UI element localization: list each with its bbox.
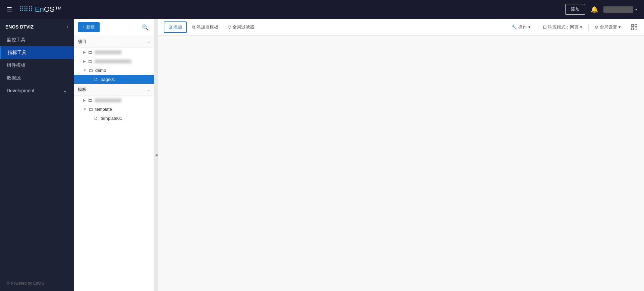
logo-text: EnOS™ (35, 5, 62, 14)
response-mode-label: 响应模式：网页 (548, 24, 579, 30)
file-icon: 🗋 (94, 77, 98, 82)
content-panel: + 新建 🔍 项目 ⌄ ▶ 🗀 (74, 19, 644, 291)
projects-section-label: 项目 (78, 39, 87, 45)
folder-open-icon: 🗀 (89, 107, 93, 112)
template-icon: ⧉ (192, 25, 195, 30)
projects-section-header[interactable]: 项目 ⌄ (74, 36, 154, 48)
tree-folder-blurred2[interactable]: ▶ 🗀 (74, 57, 154, 66)
response-mode-caret-icon: ▾ (580, 25, 582, 30)
file-tree-panel: + 新建 🔍 项目 ⌄ ▶ 🗀 (74, 19, 154, 291)
folder-blurred-name3 (95, 98, 121, 102)
folder-icon: 🗀 (88, 59, 92, 64)
sidebar-item-components[interactable]: 组件模板 (0, 59, 74, 72)
templates-chevron-icon: ⌄ (147, 88, 150, 92)
folder-expanded-arrow-icon: ▼ (83, 107, 87, 111)
new-button[interactable]: + 新建 (78, 22, 100, 32)
global-filter-button[interactable]: ▽ 全局过滤器 (224, 22, 258, 32)
user-area[interactable]: ▾ (603, 6, 637, 13)
menu-hamburger-icon[interactable]: ☰ (7, 6, 12, 13)
response-mode-icon: ⊡ (543, 25, 547, 30)
new-button-label: + 新建 (83, 24, 95, 30)
global-settings-label: 全局设置 (600, 24, 617, 30)
projects-chevron-icon: ⌄ (147, 40, 150, 44)
sidebar-title-arrow-icon: › (67, 25, 68, 29)
sidebar-footer: © Powered by EnOS (0, 276, 74, 291)
tree-file-template01[interactable]: 🗋 template01 (74, 114, 154, 123)
folder-blurred-name (95, 50, 121, 54)
tree-folder-blurred1[interactable]: ▶ 🗀 (74, 48, 154, 57)
add-from-template-label: 添加自模板 (197, 24, 218, 30)
sidebar-footer-text: © Powered by EnOS (7, 281, 44, 286)
file-icon: 🗋 (94, 116, 98, 121)
logo-dots-icon: ⠿⠿⠿ (19, 5, 33, 13)
sidebar-datasource-label: 数据源 (7, 75, 21, 81)
folder-open-icon: 🗀 (89, 68, 93, 73)
tree-folder-template[interactable]: ▼ 🗀 template (74, 105, 154, 114)
tree-section: 项目 ⌄ ▶ 🗀 ▶ 🗀 ▼ 🗀 (74, 36, 154, 291)
sidebar-item-datasource[interactable]: 数据源 (0, 72, 74, 85)
operations-icon: 🔧 (512, 25, 517, 30)
sidebar-item-metrics[interactable]: 指标工具 (0, 46, 74, 59)
admin-console-button[interactable]: 添加 (565, 4, 585, 15)
file-page01-label: page01 (101, 77, 115, 82)
main-layout: ENOS DTVIZ › 监控工具 指标工具 组件模板 数据源 Developm… (0, 19, 644, 291)
filter-icon: ▽ (228, 25, 231, 30)
add-button-label: 添加 (173, 24, 182, 30)
templates-section-label: 模板 (78, 87, 87, 93)
add-button[interactable]: ⊞ 添加 (164, 21, 187, 33)
operations-caret-icon: ▾ (528, 25, 531, 30)
user-dropdown-caret-icon: ▾ (635, 7, 637, 12)
global-filter-label: 全局过滤器 (232, 24, 254, 30)
search-icon: 🔍 (142, 25, 149, 30)
collapse-arrow-icon: ◀ (155, 153, 158, 157)
main-canvas: ⊞ 添加 ⧉ 添加自模板 ▽ 全局过滤器 🔧 操作 ▾ (158, 19, 644, 291)
folder-expanded-arrow-icon: ▼ (83, 68, 87, 72)
folder-arrow-icon: ▶ (83, 50, 86, 54)
top-nav-right-area: 添加 🔔 ▾ (565, 4, 637, 15)
search-button[interactable]: 🔍 (141, 23, 150, 32)
sidebar-item-monitoring[interactable]: 监控工具 (0, 34, 74, 46)
operations-button[interactable]: 🔧 操作 ▾ (508, 22, 534, 32)
file-tree-header: + 新建 🔍 (74, 19, 154, 36)
folder-arrow-icon: ▶ (83, 59, 86, 63)
folder-demo-label: demo (95, 68, 106, 73)
tree-folder-demo[interactable]: ▼ 🗀 demo (74, 66, 154, 75)
global-settings-caret-icon: ▾ (619, 25, 621, 30)
sidebar-metrics-label: 指标工具 (8, 50, 26, 56)
user-name-label (603, 6, 633, 13)
file-template01-label: template01 (101, 116, 122, 121)
toolbar-divider3 (627, 24, 627, 31)
sidebar-title-area: ENOS DTVIZ › (0, 19, 74, 34)
top-navigation: ☰ ⠿⠿⠿ EnOS™ 添加 🔔 ▾ (0, 0, 644, 19)
toolbar-divider1 (537, 24, 537, 31)
folder-template-label: template (95, 107, 112, 112)
operations-label: 操作 (518, 24, 527, 30)
add-from-template-button[interactable]: ⧉ 添加自模板 (188, 22, 222, 32)
sidebar-app-title: ENOS DTVIZ (5, 24, 34, 30)
sidebar-item-development[interactable]: Development ⌄ (0, 85, 74, 97)
sidebar-components-label: 组件模板 (7, 62, 25, 68)
global-settings-button[interactable]: ⊙ 全局设置 ▾ (591, 22, 624, 32)
response-mode-button[interactable]: ⊡ 响应模式：网页 ▾ (540, 22, 586, 32)
folder-arrow-icon: ▶ (83, 98, 86, 102)
add-icon: ⊞ (168, 25, 172, 30)
templates-section-header[interactable]: 模板 ⌄ (74, 84, 154, 96)
toolbar-divider2 (588, 24, 589, 31)
sidebar-dev-label: Development (7, 88, 35, 93)
fullscreen-button[interactable] (630, 23, 639, 32)
canvas-empty-area (158, 36, 644, 291)
panel-collapse-handle[interactable]: ◀ (154, 19, 158, 291)
notification-bell-icon[interactable]: 🔔 (591, 6, 598, 13)
folder-icon: 🗀 (88, 98, 92, 103)
svg-rect-2 (632, 28, 634, 30)
global-settings-icon: ⊙ (595, 25, 598, 30)
folder-icon: 🗀 (88, 50, 92, 55)
sidebar-monitoring-label: 监控工具 (7, 37, 25, 43)
tree-folder-blurred3[interactable]: ▶ 🗀 (74, 96, 154, 105)
svg-rect-0 (632, 25, 634, 27)
app-logo: ⠿⠿⠿ EnOS™ (19, 5, 62, 14)
folder-blurred-name2 (95, 59, 131, 63)
left-sidebar: ENOS DTVIZ › 监控工具 指标工具 组件模板 数据源 Developm… (0, 19, 74, 291)
canvas-toolbar: ⊞ 添加 ⧉ 添加自模板 ▽ 全局过滤器 🔧 操作 ▾ (158, 19, 644, 36)
tree-file-page01[interactable]: 🗋 page01 (74, 75, 154, 84)
